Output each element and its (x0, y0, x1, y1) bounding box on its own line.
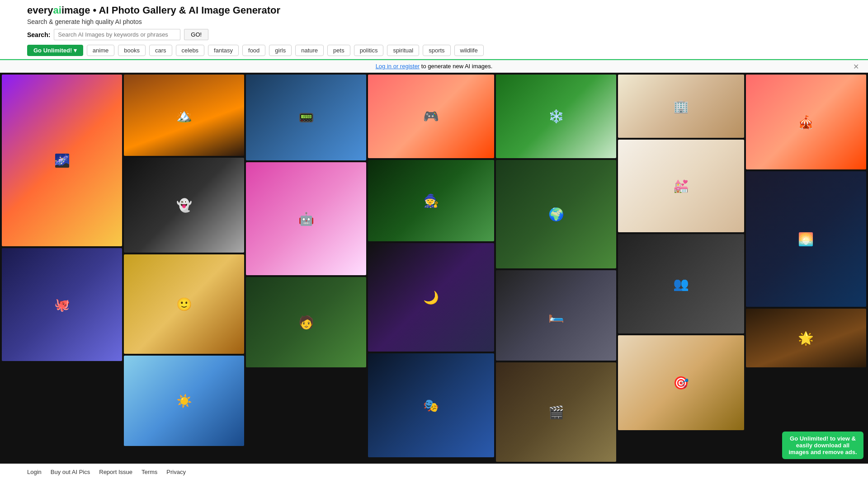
footer-link-terms[interactable]: Terms (142, 469, 157, 475)
gallery-image-icon: 🌙 (368, 243, 494, 352)
gallery-image-4-1[interactable]: 🌍 (496, 160, 616, 268)
gallery-image-3-2[interactable]: 🌙 (368, 243, 494, 352)
gallery-image-icon: 🧙 (368, 160, 494, 241)
category-tag-food[interactable]: food (242, 45, 265, 56)
notification-bar: Log in or register to generate new AI im… (0, 59, 868, 73)
title-rest: AI Photo Gallery & AI Image Generator (99, 5, 280, 16)
category-tag-spiritual[interactable]: spiritual (387, 45, 419, 56)
category-tag-politics[interactable]: politics (354, 45, 384, 56)
gallery-column-5: 🏢💒👥🎯 (618, 75, 744, 462)
gallery-image-icon: 🐙 (2, 248, 122, 361)
category-tag-nature[interactable]: nature (295, 45, 324, 56)
gallery-image-icon: 🎯 (618, 335, 744, 430)
gallery-image-4-3[interactable]: 🎬 (496, 362, 616, 462)
category-tag-wildlife[interactable]: wildlife (454, 45, 484, 56)
category-tag-pets[interactable]: pets (327, 45, 350, 56)
login-link[interactable]: Log in or register (376, 63, 420, 70)
footer-link-buy-out-ai-pics[interactable]: Buy out AI Pics (51, 469, 90, 475)
gallery-column-2: 📟🤖🧑 (246, 75, 366, 462)
gallery-image-icon: 🎬 (496, 362, 616, 462)
gallery-image-icon: 👻 (124, 158, 244, 253)
gallery-image-icon: 🌍 (496, 160, 616, 268)
gallery-image-2-1[interactable]: 🤖 (246, 162, 366, 275)
gallery-image-icon: 🧑 (246, 277, 366, 367)
gallery-image-icon: 🎭 (368, 353, 494, 457)
category-tag-books[interactable]: books (118, 45, 146, 56)
gallery-image-6-1[interactable]: 🌅 (746, 171, 866, 307)
title-ai: ai (53, 5, 61, 16)
site-title: everyaiimage • AI Photo Gallery & AI Ima… (27, 5, 841, 16)
gallery-image-5-3[interactable]: 🎯 (618, 335, 744, 430)
gallery-image-icon: 🌌 (2, 75, 122, 246)
gallery-image-5-0[interactable]: 🏢 (618, 75, 744, 138)
gallery-image-1-3[interactable]: ☀️ (124, 356, 244, 446)
gallery-image-icon: 🎮 (368, 75, 494, 158)
gallery-image-3-1[interactable]: 🧙 (368, 160, 494, 241)
gallery-image-5-1[interactable]: 💒 (618, 140, 744, 232)
gallery-image-icon: 🌟 (746, 309, 866, 367)
gallery-image-6-0[interactable]: 🎪 (746, 75, 866, 169)
category-tag-fantasy[interactable]: fantasy (208, 45, 239, 56)
gallery-image-icon: 🌅 (746, 171, 866, 307)
gallery-image-1-2[interactable]: 🙂 (124, 254, 244, 354)
category-tag-anime[interactable]: anime (87, 45, 114, 56)
gallery-image-0-0[interactable]: 🌌 (2, 75, 122, 246)
gallery-image-1-0[interactable]: 🏔️ (124, 75, 244, 156)
gallery-column-3: 🎮🧙🌙🎭 (368, 75, 494, 462)
gallery-image-icon: 🙂 (124, 254, 244, 354)
gallery-image-icon: 🛏️ (496, 270, 616, 361)
gallery-image-3-0[interactable]: 🎮 (368, 75, 494, 158)
gallery-column-1: 🏔️👻🙂☀️ (124, 75, 244, 462)
gallery-image-5-2[interactable]: 👥 (618, 234, 744, 333)
category-tag-cars[interactable]: cars (149, 45, 172, 56)
category-tag-celebs[interactable]: celebs (176, 45, 205, 56)
go-button[interactable]: GO! (184, 29, 208, 40)
footer-link-privacy[interactable]: Privacy (166, 469, 186, 475)
gallery-image-2-2[interactable]: 🧑 (246, 277, 366, 367)
category-tags: animebookscarscelebsfantasyfoodgirlsnatu… (87, 45, 484, 56)
footer-link-login[interactable]: Login (27, 469, 42, 475)
gallery-image-icon: ❄️ (496, 75, 616, 158)
search-label: Search: (27, 31, 50, 38)
gallery: 🌌🐙🏔️👻🙂☀️📟🤖🧑🎮🧙🌙🎭❄️🌍🛏️🎬🏢💒👥🎯🎪🌅🌟 (0, 73, 868, 464)
notification-text: to generate new AI images. (420, 63, 492, 70)
gallery-image-icon: 🤖 (246, 162, 366, 275)
title-bullet: • (90, 5, 99, 16)
gallery-image-3-3[interactable]: 🎭 (368, 353, 494, 457)
footer-link-report-issue[interactable]: Report Issue (99, 469, 132, 475)
search-input[interactable] (54, 29, 180, 40)
footer: LoginBuy out AI PicsReport IssueTermsPri… (0, 464, 868, 480)
gallery-image-6-2[interactable]: 🌟 (746, 309, 866, 367)
go-unlimited-button[interactable]: Go Unlimited! ▾ (27, 45, 83, 56)
gallery-image-icon: 🏔️ (124, 75, 244, 156)
gallery-image-0-1[interactable]: 🐙 (2, 248, 122, 361)
gallery-column-0: 🌌🐙 (2, 75, 122, 462)
gallery-image-icon: 📟 (246, 75, 366, 160)
category-tag-girls[interactable]: girls (269, 45, 292, 56)
site-subtitle: Search & generate high quality AI photos (27, 18, 841, 25)
gallery-column-6: 🎪🌅🌟 (746, 75, 866, 462)
title-pre: every (27, 5, 53, 16)
gallery-image-icon: ☀️ (124, 356, 244, 446)
gallery-column-4: ❄️🌍🛏️🎬 (496, 75, 616, 462)
gallery-image-icon: 👥 (618, 234, 744, 333)
gallery-image-icon: 💒 (618, 140, 744, 232)
gallery-image-4-0[interactable]: ❄️ (496, 75, 616, 158)
gallery-image-icon: 🎪 (746, 75, 866, 169)
title-post: image (61, 5, 90, 16)
gallery-image-1-1[interactable]: 👻 (124, 158, 244, 253)
category-tag-sports[interactable]: sports (423, 45, 450, 56)
gallery-image-2-0[interactable]: 📟 (246, 75, 366, 160)
notification-close-button[interactable]: ✕ (853, 62, 859, 70)
gallery-image-icon: 🏢 (618, 75, 744, 138)
gallery-image-4-2[interactable]: 🛏️ (496, 270, 616, 361)
